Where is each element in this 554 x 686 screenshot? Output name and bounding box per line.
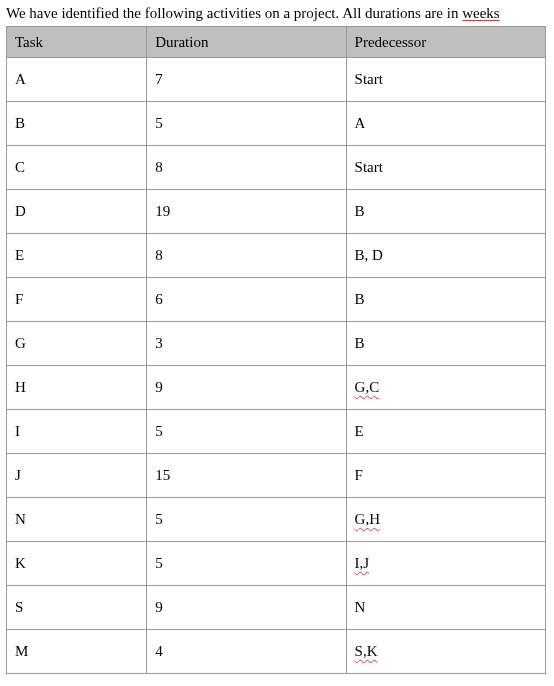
cell-predecessor: A	[346, 102, 545, 146]
cell-task: F	[7, 278, 147, 322]
cell-duration: 9	[147, 366, 346, 410]
table-row: M4S,K	[7, 630, 546, 674]
table-header-row: Task Duration Predecessor	[7, 27, 546, 58]
table-row: B5A	[7, 102, 546, 146]
cell-task: J	[7, 454, 147, 498]
intro-prefix: We have identified the following activit…	[6, 5, 462, 21]
cell-predecessor: Start	[346, 58, 545, 102]
cell-task: B	[7, 102, 147, 146]
cell-predecessor: B, D	[346, 234, 545, 278]
cell-task: C	[7, 146, 147, 190]
cell-duration: 15	[147, 454, 346, 498]
predecessor-value: G,C	[355, 379, 380, 395]
cell-task: I	[7, 410, 147, 454]
activities-table: Task Duration Predecessor A7StartB5AC8St…	[6, 26, 546, 674]
predecessor-value: I,J	[355, 555, 370, 571]
cell-predecessor: G,H	[346, 498, 545, 542]
table-row: E8B, D	[7, 234, 546, 278]
cell-duration: 8	[147, 146, 346, 190]
cell-task: H	[7, 366, 147, 410]
cell-duration: 3	[147, 322, 346, 366]
table-row: J15F	[7, 454, 546, 498]
table-row: H9G,C	[7, 366, 546, 410]
cell-duration: 5	[147, 410, 346, 454]
cell-predecessor: I,J	[346, 542, 545, 586]
cell-task: M	[7, 630, 147, 674]
header-predecessor: Predecessor	[346, 27, 545, 58]
cell-task: S	[7, 586, 147, 630]
header-task: Task	[7, 27, 147, 58]
cell-duration: 4	[147, 630, 346, 674]
cell-predecessor: F	[346, 454, 545, 498]
table-row: C8Start	[7, 146, 546, 190]
table-row: G3B	[7, 322, 546, 366]
cell-predecessor: E	[346, 410, 545, 454]
cell-duration: 9	[147, 586, 346, 630]
cell-predecessor: B	[346, 278, 545, 322]
cell-predecessor: G,C	[346, 366, 545, 410]
intro-underlined-word: weeks	[462, 5, 500, 21]
table-row: S9N	[7, 586, 546, 630]
table-row: A7Start	[7, 58, 546, 102]
cell-duration: 5	[147, 102, 346, 146]
table-row: D19B	[7, 190, 546, 234]
table-row: I5E	[7, 410, 546, 454]
cell-predecessor: B	[346, 322, 545, 366]
cell-predecessor: B	[346, 190, 545, 234]
cell-duration: 8	[147, 234, 346, 278]
cell-duration: 7	[147, 58, 346, 102]
cell-duration: 5	[147, 542, 346, 586]
intro-text: We have identified the following activit…	[6, 4, 546, 22]
cell-duration: 5	[147, 498, 346, 542]
table-row: N5G,H	[7, 498, 546, 542]
cell-predecessor: Start	[346, 146, 545, 190]
cell-task: G	[7, 322, 147, 366]
cell-task: E	[7, 234, 147, 278]
cell-task: A	[7, 58, 147, 102]
cell-task: D	[7, 190, 147, 234]
header-duration: Duration	[147, 27, 346, 58]
cell-predecessor: S,K	[346, 630, 545, 674]
cell-task: K	[7, 542, 147, 586]
cell-task: N	[7, 498, 147, 542]
table-row: F6B	[7, 278, 546, 322]
cell-duration: 6	[147, 278, 346, 322]
predecessor-value: G,H	[355, 511, 380, 527]
table-row: K5I,J	[7, 542, 546, 586]
cell-duration: 19	[147, 190, 346, 234]
predecessor-value: S,K	[355, 643, 378, 659]
cell-predecessor: N	[346, 586, 545, 630]
